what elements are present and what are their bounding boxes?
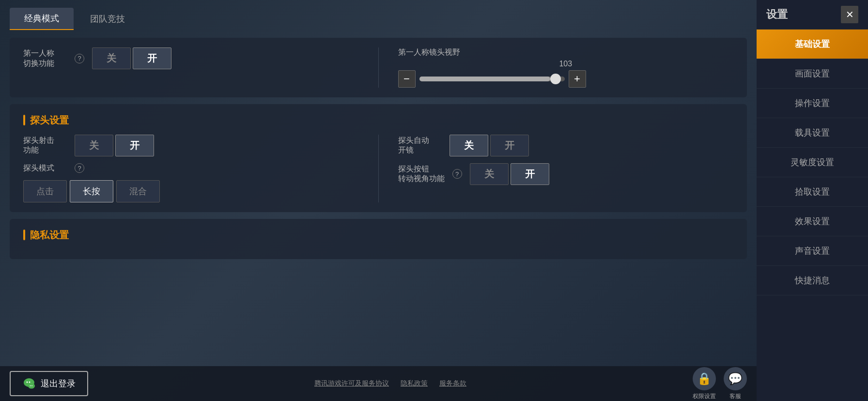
peek-section-header: 探头设置 xyxy=(23,114,733,127)
svg-point-1 xyxy=(27,382,28,383)
privacy-section: 隐私设置 xyxy=(10,219,747,259)
peek-two-col: 探头射击功能 关 开 探头模式 ? 点击 长按 混合 xyxy=(23,135,733,202)
support-label: 客服 xyxy=(729,392,741,401)
auto-scope-row: 探头自动开镜 关 开 xyxy=(398,135,734,156)
sidebar: 设置 ✕ 基础设置画面设置操作设置载具设置灵敏度设置拾取设置效果设置声音设置快捷… xyxy=(757,0,868,401)
svg-point-5 xyxy=(31,386,32,386)
peek-shoot-row: 探头射击功能 关 开 xyxy=(23,135,359,156)
sidebar-item-2[interactable]: 操作设置 xyxy=(757,89,868,118)
first-person-section: 第一人称切换功能 ? 关 开 第一人称镜头视野 103 − xyxy=(10,38,747,97)
fov-slider-thumb[interactable] xyxy=(550,74,561,84)
permissions-icon: 🔒 xyxy=(693,367,716,390)
rotate-view-label: 探头按钮转动视角功能 xyxy=(398,164,445,185)
peek-section: 探头设置 探头射击功能 关 开 探头模式 ? 点击 xyxy=(10,104,747,212)
footer-link-terms[interactable]: 服务条款 xyxy=(439,379,466,388)
auto-scope-label: 探头自动开镜 xyxy=(398,136,442,156)
sidebar-item-7[interactable]: 声音设置 xyxy=(757,236,868,266)
peek-mode-hold-button[interactable]: 长按 xyxy=(70,180,113,202)
sidebar-item-3[interactable]: 载具设置 xyxy=(757,118,868,148)
svg-point-2 xyxy=(29,382,31,383)
permissions-button[interactable]: 🔒 权限设置 xyxy=(693,367,716,401)
support-icon: 💬 xyxy=(724,367,747,390)
auto-scope-on-button[interactable]: 开 xyxy=(490,135,529,156)
peek-mode-label: 探头模式 xyxy=(23,163,67,173)
peek-shoot-off-button[interactable]: 关 xyxy=(75,135,113,156)
svg-point-4 xyxy=(30,386,31,386)
peek-shoot-toggle: 关 开 xyxy=(75,135,154,156)
permissions-label: 权限设置 xyxy=(693,392,716,401)
privacy-section-title: 隐私设置 xyxy=(30,229,69,242)
sidebar-item-1[interactable]: 画面设置 xyxy=(757,59,868,89)
peek-mode-mix-button[interactable]: 混合 xyxy=(116,180,160,202)
switch-row: 第一人称切换功能 ? 关 开 xyxy=(23,47,359,69)
peek-mode-help-icon[interactable]: ? xyxy=(75,163,84,173)
close-button[interactable]: ✕ xyxy=(841,6,858,23)
peek-mode-row: 探头模式 ? xyxy=(23,163,359,173)
sidebar-title: 设置 xyxy=(766,7,788,22)
sidebar-item-8[interactable]: 快捷消息 xyxy=(757,266,868,295)
first-person-row: 第一人称切换功能 ? 关 开 第一人称镜头视野 103 − xyxy=(23,47,733,88)
privacy-section-accent xyxy=(23,230,25,240)
first-person-left: 第一人称切换功能 ? 关 开 xyxy=(23,47,378,88)
peek-section-title: 探头设置 xyxy=(30,114,69,127)
auto-scope-toggle: 关 开 xyxy=(450,135,529,156)
rotate-view-row: 探头按钮转动视角功能 ? 关 开 xyxy=(398,163,734,185)
sidebar-item-4[interactable]: 灵敏度设置 xyxy=(757,148,868,177)
sidebar-item-6[interactable]: 效果设置 xyxy=(757,207,868,236)
tab-classic[interactable]: 经典模式 xyxy=(10,8,74,30)
footer-links: 腾讯游戏许可及服务协议 隐私政策 服务条款 xyxy=(98,379,683,388)
peek-mode-click-button[interactable]: 点击 xyxy=(23,180,67,202)
fov-label: 第一人称镜头视野 xyxy=(398,47,734,58)
footer-link-privacy[interactable]: 隐私政策 xyxy=(401,379,428,388)
switch-off-button[interactable]: 关 xyxy=(92,47,131,69)
main-content: 经典模式 团队竞技 第一人称切换功能 ? 关 开 第一人称镜头视野 103 xyxy=(0,0,757,401)
peek-shoot-on-button[interactable]: 开 xyxy=(115,135,154,156)
switch-label: 第一人称切换功能 xyxy=(23,48,67,69)
rotate-off-button[interactable]: 关 xyxy=(470,163,509,185)
switch-on-button[interactable]: 开 xyxy=(133,47,171,69)
footer: 退出登录 腾讯游戏许可及服务协议 隐私政策 服务条款 🔒 权限设置 💬 客服 xyxy=(0,366,757,401)
rotate-help-icon[interactable]: ? xyxy=(452,169,462,179)
switch-toggle-group: 关 开 xyxy=(92,47,171,69)
fov-slider-track[interactable] xyxy=(419,77,565,81)
fov-slider-controls: − + xyxy=(398,70,734,88)
tabs-container: 经典模式 团队竞技 xyxy=(10,8,747,30)
logout-button[interactable]: 退出登录 xyxy=(10,371,88,396)
fov-container: 第一人称镜头视野 103 − + xyxy=(398,47,734,88)
sidebar-item-0[interactable]: 基础设置 xyxy=(757,30,868,59)
fov-decrease-button[interactable]: − xyxy=(398,70,416,88)
peek-left: 探头射击功能 关 开 探头模式 ? 点击 长按 混合 xyxy=(23,135,378,202)
svg-point-3 xyxy=(28,384,35,389)
peek-section-accent xyxy=(23,115,25,125)
peek-right: 探头自动开镜 关 开 探头按钮转动视角功能 ? 关 开 xyxy=(378,135,734,202)
sidebar-item-5[interactable]: 拾取设置 xyxy=(757,177,868,207)
fov-slider-fill xyxy=(419,77,550,81)
tab-team[interactable]: 团队竞技 xyxy=(76,8,140,30)
privacy-section-header: 隐私设置 xyxy=(23,229,733,242)
peek-mode-group: 点击 长按 混合 xyxy=(23,180,359,202)
footer-link-license[interactable]: 腾讯游戏许可及服务协议 xyxy=(314,379,389,388)
rotate-on-button[interactable]: 开 xyxy=(511,163,549,185)
fov-increase-button[interactable]: + xyxy=(569,70,586,88)
wechat-icon xyxy=(22,377,36,390)
logout-label: 退出登录 xyxy=(41,378,76,389)
peek-shoot-label: 探头射击功能 xyxy=(23,136,67,156)
footer-icons: 🔒 权限设置 💬 客服 xyxy=(693,367,747,401)
fov-value: 103 xyxy=(398,60,734,68)
rotate-toggle: 关 开 xyxy=(470,163,549,185)
support-button[interactable]: 💬 客服 xyxy=(724,367,747,401)
switch-help-icon[interactable]: ? xyxy=(75,54,84,63)
first-person-right: 第一人称镜头视野 103 − + xyxy=(378,47,734,88)
auto-scope-off-button[interactable]: 关 xyxy=(450,135,488,156)
sidebar-header: 设置 ✕ xyxy=(757,0,868,30)
